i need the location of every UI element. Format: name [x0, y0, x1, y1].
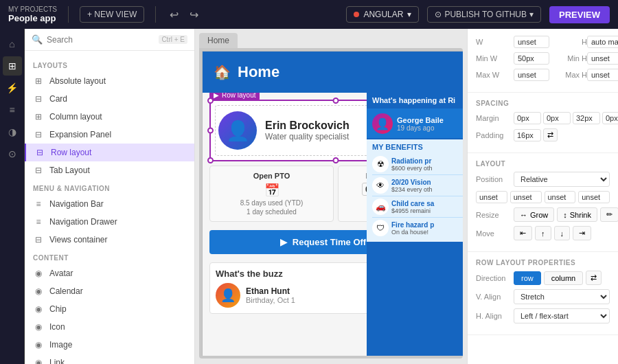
sidebar-item-image[interactable]: ◉ Image: [25, 336, 194, 354]
move-next-button[interactable]: ↓: [554, 226, 571, 240]
sidebar-item-tab-layout[interactable]: ⊟ Tab Layout: [25, 161, 194, 179]
row-layout-arrow-icon: ▶: [214, 93, 219, 99]
pos-bottom[interactable]: [545, 191, 576, 203]
sidebar-item-icon[interactable]: ◉ Icon: [25, 318, 194, 336]
search-input[interactable]: [47, 35, 154, 45]
sidebar-item-nav-bar[interactable]: ≡ Navigation Bar: [25, 195, 194, 213]
h-align-select[interactable]: Left / flex-start center flex-end: [514, 308, 610, 323]
position-label: Position: [476, 175, 514, 183]
sidebar-item-label: Avatar: [49, 269, 73, 278]
benefit1-icon: ☢: [372, 156, 389, 172]
topbar: MY PROJECTS People app + NEW VIEW ↩ ↪ AN…: [0, 0, 618, 29]
nav-layers-icon[interactable]: ≡: [3, 100, 22, 120]
nav-theme-icon[interactable]: ◑: [3, 122, 22, 141]
margin-right-input[interactable]: [543, 112, 571, 124]
min-h-input[interactable]: [587, 52, 618, 65]
grow-button[interactable]: ↔ Grow: [514, 207, 554, 222]
sidebar-item-label: Expansion Panel: [49, 130, 111, 139]
sidebar-item-expansion-panel[interactable]: ⊟ Expansion Panel: [25, 126, 194, 144]
padding-row: Padding ⇄: [476, 128, 610, 141]
sidebar-item-nav-drawer[interactable]: ≡ Navigation Drawer: [25, 213, 194, 231]
margin-top-input[interactable]: [514, 112, 541, 124]
benefits-section: MY BENEFITS ☢ Radiation pr $600 every ot…: [367, 139, 463, 242]
min-w-input[interactable]: [514, 52, 549, 65]
nav-bar-icon: ≡: [33, 198, 44, 209]
handle-bm[interactable]: [333, 157, 339, 163]
request-icon: ▶: [280, 237, 287, 247]
margin-row: Margin ⇄: [476, 111, 610, 124]
position-select[interactable]: Relative Absolute: [514, 172, 610, 187]
undo-button[interactable]: ↩: [167, 5, 181, 24]
padding-input[interactable]: [514, 129, 541, 141]
sidebar-item-absolute-layout[interactable]: ⊞ Absolute layout: [25, 72, 194, 90]
direction-buttons: row column ⇄: [514, 271, 602, 285]
swap-direction-button[interactable]: ⇄: [586, 271, 602, 285]
nav-settings-icon[interactable]: ⊙: [3, 144, 22, 163]
home-icon: 🏠: [214, 64, 231, 80]
sidebar-item-avatar[interactable]: ◉ Avatar: [25, 264, 194, 282]
handle-ml[interactable]: [207, 128, 214, 134]
pos-top[interactable]: [476, 191, 507, 203]
sidebar-item-column-layout[interactable]: ⊞ Column layout: [25, 108, 194, 126]
dir-row-button[interactable]: row: [514, 271, 541, 285]
canvas-area: Home 🏠 Home ▶: [195, 29, 467, 364]
sidebar-item-label: Tab Layout: [49, 166, 90, 175]
sidebar-item-card[interactable]: ⊟ Card: [25, 90, 194, 108]
app-header-title: Home: [238, 63, 279, 81]
link-icon: ◉: [33, 357, 44, 364]
redo-button[interactable]: ↪: [187, 5, 201, 24]
margin-label: Margin: [476, 114, 514, 122]
nav-data-icon[interactable]: ⚡: [3, 78, 22, 98]
handle-tm[interactable]: [333, 98, 339, 104]
sidebar-item-chip[interactable]: ◉ Chip: [25, 300, 194, 318]
layout-title: LAYOUT: [476, 160, 610, 168]
new-view-button[interactable]: + NEW VIEW: [80, 6, 144, 23]
resize-edit-button[interactable]: ✏: [600, 207, 618, 222]
request-label: Request Time Off: [293, 237, 366, 247]
sidebar-item-label: Views container: [49, 235, 108, 244]
padding-link-button[interactable]: ⇄: [543, 128, 558, 141]
pos-left[interactable]: [578, 191, 610, 203]
pos-right[interactable]: [510, 191, 542, 203]
move-prev-button[interactable]: ↑: [535, 226, 551, 240]
publish-label: PUBLISH TO GITHUB: [444, 10, 527, 19]
h-label: H: [549, 38, 587, 46]
pto-value1: 8.5 days used (YTD): [216, 199, 328, 207]
nav-components-icon[interactable]: ⊞: [3, 56, 22, 76]
benefit1-info: Radiation pr $600 every oth: [391, 157, 433, 172]
margin-bottom-input[interactable]: [573, 112, 600, 124]
handle-bl[interactable]: [207, 157, 214, 163]
canvas-tab[interactable]: Home: [199, 33, 238, 48]
sidebar-item-label: Column layout: [49, 112, 102, 122]
sidebar-item-label: Card: [49, 94, 67, 104]
benefit2-info: 20/20 Vision $234 every oth: [391, 179, 433, 193]
nav-home-icon[interactable]: ⌂: [3, 34, 22, 54]
sidebar-item-row-layout[interactable]: ⊟ Row layout: [25, 144, 194, 161]
margin-left-input[interactable]: [602, 112, 618, 124]
w-input[interactable]: [514, 36, 549, 48]
benefit-item4: 🛡 Fire hazard p On da house!: [372, 218, 463, 238]
publish-button[interactable]: ⊙ PUBLISH TO GITHUB ▾: [427, 6, 541, 23]
benefit4-icon: 🛡: [372, 220, 389, 236]
move-first-button[interactable]: ⇤: [514, 226, 532, 240]
angular-badge[interactable]: ANGULAR ▾: [346, 6, 419, 23]
preview-button[interactable]: PREVIEW: [549, 6, 610, 23]
shrink-button[interactable]: ↕ Shrink: [557, 207, 597, 222]
sidebar-item-calendar[interactable]: ◉ Calendar: [25, 282, 194, 300]
brand: MY PROJECTS People app: [8, 5, 57, 23]
angular-chevron: ▾: [407, 10, 411, 19]
h-input[interactable]: [587, 36, 618, 48]
move-last-button[interactable]: ⇥: [573, 226, 591, 240]
avatar-face-icon: 👤: [226, 120, 250, 142]
sidebar-item-views-container[interactable]: ⊟ Views container: [25, 231, 194, 249]
max-w-input[interactable]: [514, 69, 549, 81]
benefit2-icon: 👁: [372, 177, 389, 194]
max-h-input[interactable]: [587, 69, 618, 81]
sidebar-content: LAYOUTS ⊞ Absolute layout ⊟ Card ⊞ Colum…: [25, 51, 194, 364]
dir-column-button[interactable]: column: [544, 271, 583, 285]
sidebar-item-link[interactable]: ◉ Link: [25, 354, 194, 364]
calendar-icon: ◉: [33, 286, 44, 297]
v-align-select[interactable]: Stretch flex-start center flex-end: [514, 289, 610, 304]
benefit2-name: 20/20 Vision: [391, 179, 433, 186]
handle-tl[interactable]: [207, 98, 214, 104]
